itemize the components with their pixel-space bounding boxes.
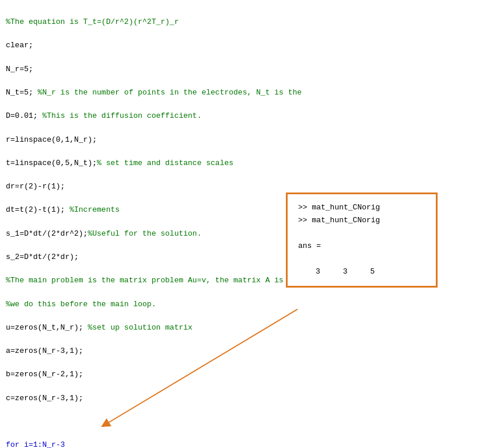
line-14: u=zeros(N_t,N_r); %set up solution matri… bbox=[6, 323, 193, 332]
line-7: t=linspace(0,5,N_t);% set time and dista… bbox=[6, 159, 233, 167]
line-18: for i=1:N_r-3 bbox=[6, 440, 65, 448]
line-17: c=zeros(N_r-3,1); bbox=[6, 394, 83, 402]
popup-line-1: >> mat_hunt_CNorig bbox=[298, 201, 425, 214]
line-8: dr=r(2)-r(1); bbox=[6, 182, 65, 191]
line-5: D=0.01; %This is the diffusion coefficie… bbox=[6, 111, 201, 120]
popup-line-3 bbox=[298, 227, 425, 240]
line-6: r=linspace(0,1,N_r); bbox=[6, 135, 97, 144]
popup-line-2: >> mat_hunt_CNorig bbox=[298, 214, 425, 227]
popup-line-4 bbox=[298, 253, 425, 265]
popup-output: >> mat_hunt_CNorig >> mat_hunt_CNorig an… bbox=[286, 192, 438, 288]
popup-ans-label: ans = bbox=[298, 240, 425, 253]
line-10: s_1=D*dt/(2*dr^2);%Useful for the soluti… bbox=[6, 229, 201, 238]
line-11: s_2=D*dt/(2*dr); bbox=[6, 253, 79, 261]
line-13: %we do this before the main loop. bbox=[6, 300, 156, 309]
popup-values: 3 3 5 bbox=[298, 265, 425, 278]
line-9: dt=t(2)-t(1); %Increments bbox=[6, 205, 120, 214]
line-4: N_t=5; %N_r is the number of points in t… bbox=[6, 88, 302, 97]
line-15: a=zeros(N_r-3,1); bbox=[6, 346, 83, 355]
line-2: clear; bbox=[6, 41, 33, 50]
line-3: N_r=5; bbox=[6, 65, 33, 74]
line-16: b=zeros(N_r-2,1); bbox=[6, 370, 83, 379]
line-1: %The equation is T_t=(D/r^2)(r^2T_r)_r bbox=[6, 18, 179, 26]
